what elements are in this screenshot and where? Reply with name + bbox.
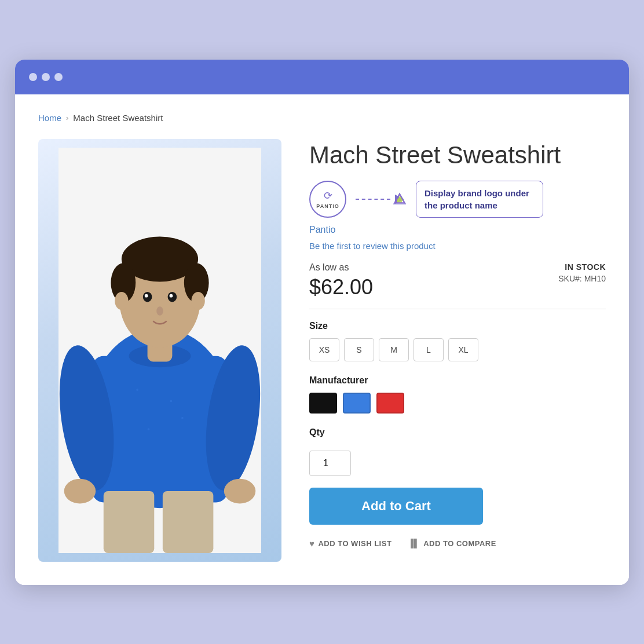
size-xl[interactable]: XL — [448, 338, 478, 361]
brand-logo-icon: ⟳ — [324, 189, 332, 202]
browser-window: Home › Mach Street Sweatshirt — [15, 60, 629, 585]
svg-point-25 — [181, 416, 184, 419]
breadcrumb: Home › Mach Street Sweatshirt — [38, 113, 606, 123]
tooltip-text: Display brand logo under the product nam… — [425, 188, 529, 210]
brand-logo-text: PANTIO — [316, 203, 339, 209]
size-l[interactable]: L — [414, 338, 444, 361]
svg-point-17 — [145, 294, 148, 297]
browser-dot-1[interactable] — [29, 73, 37, 81]
size-xs[interactable]: XS — [309, 338, 339, 361]
stock-section: IN STOCK SKU#: MH10 — [558, 262, 606, 283]
svg-point-22 — [136, 389, 138, 391]
breadcrumb-separator: › — [66, 114, 68, 122]
brand-logo-circle[interactable]: ⟳ PANTIO — [309, 181, 346, 218]
compare-label: ADD TO COMPARE — [423, 539, 496, 548]
wishlist-link[interactable]: ♥ ADD TO WISH LIST — [309, 539, 391, 548]
qty-label: Qty — [309, 427, 606, 438]
size-section: Size XS S M L XL — [309, 321, 606, 361]
tooltip-pointer-icon — [393, 192, 407, 206]
product-image-svg — [56, 148, 264, 553]
product-layout: Mach Street Sweatshirt ⟳ PANTIO — [38, 139, 606, 562]
brand-name-link[interactable]: Pantio — [309, 225, 606, 235]
size-m[interactable]: M — [379, 338, 409, 361]
svg-point-23 — [170, 400, 173, 402]
svg-point-14 — [191, 291, 204, 309]
product-image-area — [38, 139, 281, 562]
price-section: As low as $62.00 — [309, 262, 373, 299]
in-stock-badge: IN STOCK — [558, 262, 606, 272]
browser-dots — [29, 73, 63, 81]
divider — [309, 309, 606, 309]
size-s[interactable]: S — [344, 338, 374, 361]
color-swatch-black[interactable] — [309, 393, 337, 414]
as-low-as: As low as — [309, 262, 373, 273]
svg-point-18 — [170, 294, 173, 297]
manufacturer-section: Manufacturer — [309, 375, 606, 414]
page-content: Home › Mach Street Sweatshirt — [15, 94, 629, 585]
product-info: Mach Street Sweatshirt ⟳ PANTIO — [309, 139, 606, 548]
svg-rect-29 — [397, 198, 402, 203]
heart-icon: ♥ — [309, 539, 314, 548]
color-swatch-blue[interactable] — [343, 393, 371, 414]
brand-tooltip-box: Display brand logo under the product nam… — [416, 181, 543, 218]
qty-section: Qty — [309, 427, 606, 476]
review-link[interactable]: Be the first to review this product — [309, 241, 606, 251]
qty-input[interactable] — [309, 451, 351, 476]
dashed-line — [356, 199, 390, 200]
sku: SKU#: MH10 — [558, 274, 606, 283]
product-image — [38, 139, 281, 562]
manufacturer-label: Manufacturer — [309, 375, 606, 386]
svg-point-13 — [115, 291, 128, 309]
brand-tooltip-arrow — [356, 192, 407, 206]
wishlist-label: ADD TO WISH LIST — [318, 539, 391, 548]
breadcrumb-home-link[interactable]: Home — [38, 113, 61, 123]
browser-dot-2[interactable] — [42, 73, 50, 81]
breadcrumb-current: Mach Street Sweatshirt — [73, 113, 163, 123]
svg-point-6 — [224, 478, 255, 503]
color-options — [309, 393, 606, 414]
sku-value: MH10 — [584, 274, 606, 283]
price: $62.00 — [309, 275, 373, 299]
svg-point-19 — [156, 306, 163, 316]
svg-rect-21 — [163, 491, 214, 553]
browser-bar — [15, 60, 629, 94]
svg-point-5 — [64, 478, 96, 503]
price-row: As low as $62.00 IN STOCK SKU#: MH10 — [309, 262, 606, 299]
compare-link[interactable]: ▐▌ ADD TO COMPARE — [408, 539, 496, 548]
svg-point-24 — [148, 428, 150, 430]
browser-dot-3[interactable] — [54, 73, 63, 81]
bar-chart-icon: ▐▌ — [408, 539, 420, 548]
svg-rect-20 — [104, 491, 155, 553]
sku-label: SKU#: — [558, 274, 581, 283]
product-title: Mach Street Sweatshirt — [309, 141, 606, 169]
wishlist-compare-row: ♥ ADD TO WISH LIST ▐▌ ADD TO COMPARE — [309, 539, 606, 548]
size-options: XS S M L XL — [309, 338, 606, 361]
size-label: Size — [309, 321, 606, 331]
color-swatch-red[interactable] — [376, 393, 404, 414]
add-to-cart-button[interactable]: Add to Cart — [309, 488, 483, 525]
brand-row: ⟳ PANTIO — [309, 181, 606, 218]
